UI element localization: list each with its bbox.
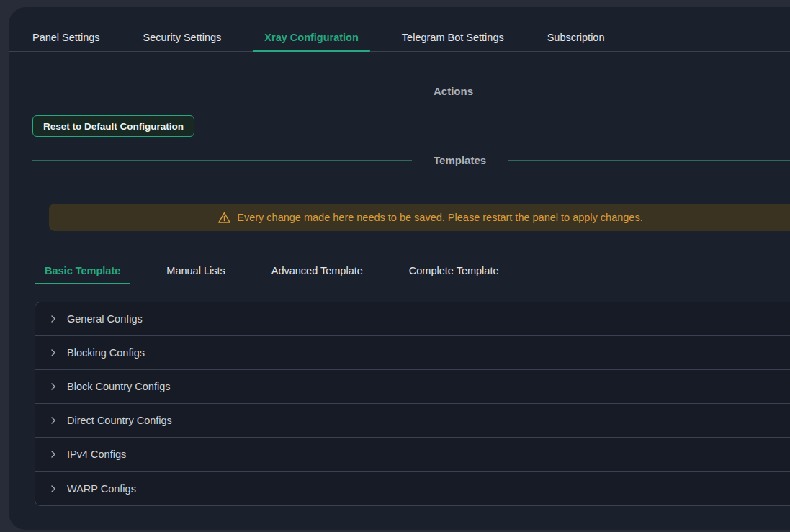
actions-section-title: Actions	[434, 85, 473, 97]
collapse-header-direct-country-configs[interactable]: Direct Country Configs	[35, 404, 790, 438]
collapse-label: General Configs	[67, 313, 143, 325]
collapse-header-warp-configs[interactable]: WARP Configs	[35, 472, 790, 505]
tab-advanced-template[interactable]: Advanced Template	[261, 257, 373, 284]
config-collapse-list: General Configs Blocking Configs Block C…	[35, 302, 790, 506]
restart-warning-alert: Every change made here needs to be saved…	[49, 204, 790, 231]
actions-divider: Actions	[9, 84, 790, 97]
collapse-header-general-configs[interactable]: General Configs	[35, 302, 790, 336]
restart-warning-text: Every change made here needs to be saved…	[237, 212, 642, 223]
chevron-right-icon	[49, 382, 58, 391]
tab-panel-settings[interactable]: Panel Settings	[21, 23, 112, 51]
divider-line	[508, 160, 790, 161]
chevron-right-icon	[49, 484, 58, 493]
settings-tabbar: Panel Settings Security Settings Xray Co…	[9, 23, 790, 52]
collapse-header-ipv4-configs[interactable]: IPv4 Configs	[35, 438, 790, 472]
collapse-label: Block Country Configs	[67, 381, 170, 392]
divider-line	[32, 160, 412, 161]
tab-manual-lists[interactable]: Manual Lists	[156, 257, 235, 284]
tab-xray-configuration[interactable]: Xray Configuration	[253, 23, 370, 51]
chevron-right-icon	[49, 315, 58, 323]
collapse-label: Blocking Configs	[67, 347, 145, 359]
collapse-label: IPv4 Configs	[67, 448, 126, 460]
tab-complete-template[interactable]: Complete Template	[399, 257, 509, 284]
chevron-right-icon	[49, 416, 58, 425]
templates-section-title: Templates	[434, 154, 486, 166]
tab-subscription[interactable]: Subscription	[536, 23, 616, 51]
chevron-right-icon	[49, 450, 58, 459]
tab-basic-template[interactable]: Basic Template	[35, 257, 130, 284]
tab-telegram-bot-settings[interactable]: Telegram Bot Settings	[390, 23, 516, 51]
tab-security-settings[interactable]: Security Settings	[132, 23, 233, 51]
collapse-label: Direct Country Configs	[67, 415, 172, 426]
chevron-right-icon	[49, 348, 58, 357]
divider-line	[495, 91, 790, 91]
divider-line	[32, 91, 412, 91]
warning-triangle-icon	[217, 211, 231, 225]
collapse-header-blocking-configs[interactable]: Blocking Configs	[35, 336, 790, 370]
collapse-header-block-country-configs[interactable]: Block Country Configs	[35, 370, 790, 404]
settings-card: Panel Settings Security Settings Xray Co…	[9, 7, 790, 530]
reset-to-default-button[interactable]: Reset to Default Configuration	[32, 115, 194, 137]
template-tabbar: Basic Template Manual Lists Advanced Tem…	[35, 257, 790, 284]
templates-divider: Templates	[9, 153, 790, 166]
collapse-label: WARP Configs	[67, 483, 136, 495]
